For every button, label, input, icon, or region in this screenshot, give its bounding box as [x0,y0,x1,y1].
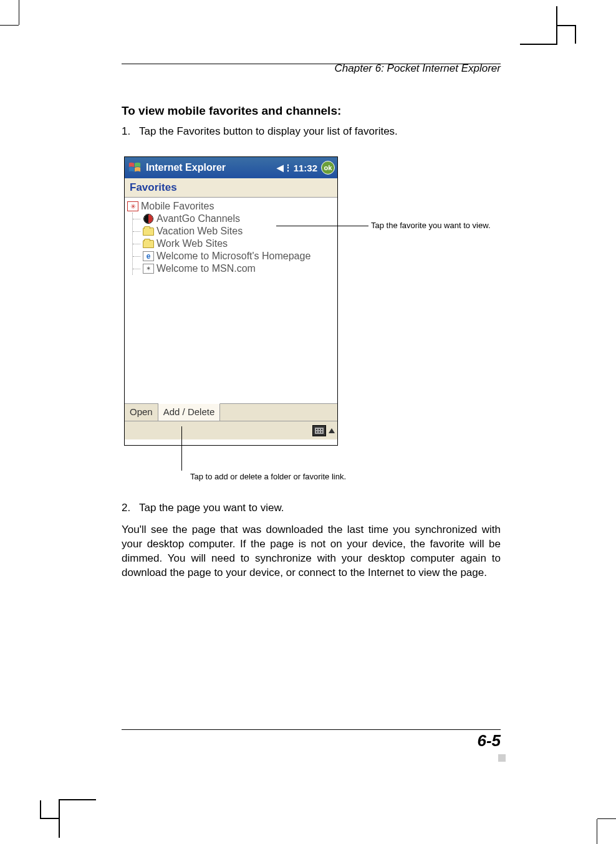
tree-item-label: Work Web Sites [156,238,228,249]
crop-mark [556,6,557,44]
callout-line [181,426,182,471]
up-arrow-icon[interactable] [329,428,335,433]
tree-item-label: Welcome to Microsoft's Homepage [156,251,310,262]
page-content: Chapter 6: Pocket Internet Explorer To v… [122,62,501,580]
step-text: Tap the page you want to view. [139,502,501,514]
pocket-ie-screenshot: Internet Explorer ◀⋮ 11:32 ok Favorites … [124,156,338,446]
footer-rule [122,729,501,730]
keyboard-icon[interactable] [312,425,326,436]
callout-bottom: Tap to add or delete a folder or favorit… [181,471,346,481]
favorites-tree: ✳ Mobile Favorites AvantGo Channels Vaca… [125,198,337,403]
tab-open[interactable]: Open [125,404,158,421]
step-2: 2. Tap the page you want to view. [122,502,501,514]
clock[interactable]: 11:32 [294,163,317,173]
tree-item-label: Welcome to MSN.com [156,263,256,274]
avantgo-icon [143,214,154,224]
crop-mark [597,819,597,844]
crop-mark [520,44,557,45]
page-footer: 6-5 [122,729,501,750]
tree-item-label: AvantGo Channels [156,213,240,224]
crop-mark [575,25,576,44]
tree-item-vacation[interactable]: Vacation Web Sites [133,225,335,237]
body-paragraph: You'll see the page that was downloaded … [122,523,501,580]
windows-flag-icon[interactable] [127,160,142,175]
ok-button[interactable]: ok [321,161,335,175]
tree-item-ms-homepage[interactable]: e Welcome to Microsoft's Homepage [133,250,335,262]
crop-mark [557,25,576,26]
crop-mark [40,800,41,819]
step-number: 1. [122,125,139,138]
crop-mark [40,818,59,819]
tree-item-avantgo[interactable]: AvantGo Channels [133,213,335,225]
callout-right: Tap the favorite you want to view. [340,221,502,231]
tab-bar: Open Add / Delete [125,403,337,421]
callout-line [276,226,368,226]
crop-mark [597,818,616,819]
tree-item-label: Vacation Web Sites [156,226,243,237]
favorites-header: Favorites [125,178,337,198]
callout-text: Tap to add or delete a folder or favorit… [190,472,346,481]
page-number: 6-5 [122,731,501,750]
folder-icon [143,228,154,236]
callout-text: Tap the favorite you want to view. [371,221,502,231]
star-folder-icon: ✳ [127,201,138,211]
crop-mark [0,25,19,26]
tree-children: AvantGo Channels Vacation Web Sites Work… [132,213,335,275]
step-1: 1. Tap the Favorites button to display y… [122,125,501,138]
crop-mark [19,0,19,25]
figure: Internet Explorer ◀⋮ 11:32 ok Favorites … [124,156,501,487]
tree-item-work[interactable]: Work Web Sites [133,237,335,250]
folder-icon [143,240,154,248]
bottom-bar [125,421,337,439]
section-heading: To view mobile favorites and channels: [122,104,501,118]
crop-mark [59,799,96,800]
tab-add-delete[interactable]: Add / Delete [158,403,221,421]
step-text: Tap the Favorites button to display your… [139,125,501,138]
tree-root-label: Mobile Favorites [141,201,214,212]
msn-page-icon: ✶ [143,264,154,274]
tree-root[interactable]: ✳ Mobile Favorites [127,200,335,213]
ie-page-icon: e [143,251,154,261]
crop-mark [59,800,60,838]
app-title: Internet Explorer [146,162,226,173]
chapter-header: Chapter 6: Pocket Internet Explorer [122,62,501,75]
footer-square-mark [498,754,506,762]
tree-item-msn[interactable]: ✶ Welcome to MSN.com [133,262,335,275]
titlebar: Internet Explorer ◀⋮ 11:32 ok [125,157,337,178]
speaker-icon[interactable]: ◀⋮ [277,163,292,173]
step-number: 2. [122,502,139,514]
